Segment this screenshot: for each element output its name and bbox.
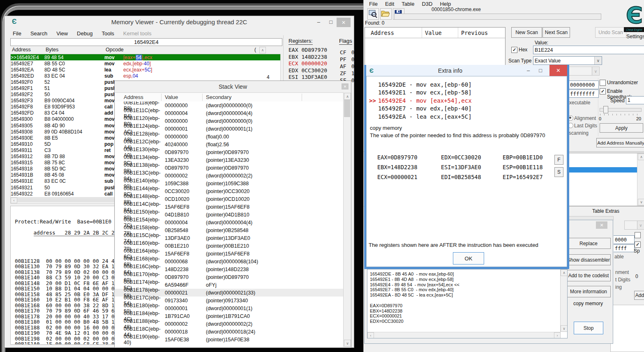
memory-viewer-menu-item[interactable]: Debug bbox=[77, 30, 92, 37]
register-row[interactable]: EBX148D2238 bbox=[289, 54, 338, 61]
background-dropdown-arrow-icon: ∨ bbox=[637, 221, 644, 229]
register-row[interactable]: ECX00000020 bbox=[289, 60, 338, 67]
speed-input[interactable]: 1 bbox=[626, 96, 644, 104]
register-row[interactable]: ESI13DF3AE0 bbox=[289, 74, 338, 81]
register-row[interactable]: EDX0CC30020 bbox=[289, 67, 338, 74]
scroll-left-icon[interactable]: ‹ bbox=[11, 198, 17, 203]
stack-view-titlebar[interactable]: Stack View bbox=[115, 81, 351, 92]
main-menu-item[interactable]: D3D bbox=[422, 1, 432, 7]
undo-scan-button[interactable]: Undo Scan bbox=[595, 27, 626, 38]
add-to-codelist-button[interactable]: Add to the codelist bbox=[566, 270, 611, 281]
settings-link[interactable]: Settings bbox=[626, 34, 644, 39]
memory-viewer-menu-item[interactable]: View bbox=[56, 30, 68, 37]
unrandomizer-checkbox[interactable] bbox=[600, 80, 606, 86]
new-scan-button[interactable]: New Scan bbox=[511, 27, 542, 38]
speed-slider-thumb[interactable] bbox=[603, 106, 608, 113]
disasm-row[interactable]: 165492EA8D 48 5Cleaecx,[eax+5C] bbox=[11, 67, 280, 73]
writes-opcode-list[interactable]: 165492DE - 8B 45 A0 - mov eax,[ebp-60]16… bbox=[367, 269, 568, 338]
writes-window-close-icon[interactable]: ✕ bbox=[596, 221, 607, 229]
scan-stop-input[interactable]: ffffffff bbox=[569, 90, 599, 98]
flag-row[interactable]: ZF1 bbox=[340, 70, 356, 77]
minimize-icon[interactable]: – bbox=[527, 67, 530, 74]
memory-viewer-menu-item[interactable]: Search bbox=[30, 30, 47, 37]
found-col-address: Address bbox=[371, 30, 394, 36]
stack-row[interactable]: 00B1E190(ebp-40)15AF0E38(pointer)15AF0E3… bbox=[115, 336, 344, 343]
scan-start-input[interactable]: 00000000 bbox=[569, 81, 599, 89]
maximize-icon[interactable]: □ bbox=[329, 19, 332, 25]
disasm-row[interactable]: >>165492E489 48 54mov[eax+54],ecx bbox=[11, 54, 280, 60]
scroll-down-icon[interactable]: ∨ bbox=[638, 199, 644, 205]
flag-row[interactable]: AF0 bbox=[340, 63, 356, 70]
disasm-row[interactable]: 165492E78B 55 C0movedx,[ebp-40] bbox=[11, 60, 280, 67]
scroll-up-icon[interactable]: ∧ bbox=[561, 269, 568, 276]
main-menu-item[interactable]: Help bbox=[440, 1, 451, 7]
disasm-row[interactable]: 165492ED83 EC 04subesp,04 bbox=[11, 73, 280, 79]
main-menubar: FileEditTableD3DHelp bbox=[369, 0, 451, 7]
stack-view-close-icon[interactable]: ✕ bbox=[342, 83, 349, 90]
scan-type-dropdown-arrow-icon[interactable]: ∨ bbox=[594, 57, 602, 64]
extra-info-titlebar[interactable]: Є Extra info – □ ✕ bbox=[366, 65, 567, 76]
memory-viewer-titlebar[interactable]: Memory Viewer - Currently debugging thre… bbox=[5, 16, 354, 28]
hex-label: Hex bbox=[519, 47, 527, 53]
float-button[interactable]: F bbox=[554, 155, 563, 165]
more-information-button[interactable]: More information bbox=[566, 286, 611, 297]
memory-viewer-menu-item[interactable]: File bbox=[13, 30, 21, 37]
disasm-scroll-up-icon[interactable]: ∧ bbox=[259, 47, 266, 53]
minimize-icon[interactable]: – bbox=[317, 19, 320, 25]
stack-view-scrollbar[interactable]: ∧ ∨ bbox=[343, 92, 351, 347]
writes-list-vscrollbar[interactable]: ∧ ∨ bbox=[560, 269, 567, 332]
disassembler-address-bar[interactable]: 165492E4 bbox=[10, 38, 282, 46]
scroll-right-icon[interactable]: › bbox=[554, 332, 561, 338]
stack-col-secondary: Secondary bbox=[206, 94, 231, 100]
writes-opcode-line[interactable]: ECX=00000021 bbox=[370, 313, 559, 319]
scroll-left-icon[interactable]: ‹ bbox=[367, 332, 374, 338]
close-icon[interactable]: ✕ bbox=[337, 18, 351, 27]
scroll-down-icon[interactable]: ∨ bbox=[561, 325, 568, 332]
writes-opcode-line[interactable]: EBX=148D2238 bbox=[370, 308, 559, 314]
writes-opcode-line[interactable]: 165492E7 - 8B 55 C0 - mov edx,[ebp-40] bbox=[370, 287, 559, 292]
hex-checkbox[interactable]: ✓ bbox=[511, 47, 517, 53]
writes-opcode-line[interactable]: 165492E4 - 89 48 54 - mov [eax+54],ecx <… bbox=[370, 282, 559, 288]
writes-opcode-line[interactable]: EAX=0D897970 bbox=[370, 303, 559, 308]
main-menu-item[interactable]: File bbox=[369, 1, 378, 7]
value-input[interactable]: B1E224 bbox=[533, 46, 644, 54]
register-row[interactable]: EAX0D897970 bbox=[289, 47, 338, 54]
writes-opcode-line[interactable]: 165492EA - 8D 48 5C - lea ecx,[eax+5C] bbox=[370, 292, 559, 298]
slider-min-label: 0 bbox=[599, 116, 601, 121]
found-col-value: Value bbox=[425, 30, 442, 36]
flag-row[interactable]: PF0 bbox=[340, 56, 356, 63]
memory-viewer-menu-item[interactable]: Tools bbox=[102, 30, 114, 37]
writes-opcode-line[interactable]: 165492DE - 8B 45 A0 - mov eax,[ebp-60] bbox=[370, 271, 559, 277]
show-disassembler-button[interactable]: Show disassembler bbox=[566, 254, 611, 265]
speedhack-checkbox[interactable]: ✓ bbox=[600, 88, 606, 94]
stack-button[interactable]: S bbox=[554, 167, 563, 177]
writes-list-hscrollbar[interactable]: ‹ › bbox=[367, 332, 561, 338]
extra-info-pointer-hint: The value of the pointer needed to find … bbox=[370, 132, 545, 138]
ok-button[interactable]: OK bbox=[453, 252, 484, 265]
scroll-up-icon[interactable]: ∧ bbox=[638, 154, 644, 160]
main-menu-item[interactable]: Edit bbox=[385, 1, 394, 7]
maximize-icon[interactable]: □ bbox=[539, 67, 542, 74]
next-scan-button[interactable]: Next Scan bbox=[542, 27, 570, 38]
screen: FileEditTableD3DHelp 00001850-chrome.exe… bbox=[0, 0, 644, 352]
scrollbar-thumb[interactable] bbox=[344, 100, 350, 117]
writes-opcode-line[interactable]: EDX=0CC30020 bbox=[370, 319, 559, 324]
flag-row[interactable]: CF0 bbox=[340, 49, 356, 56]
stop-button[interactable]: Stop bbox=[574, 322, 603, 334]
stack-view-column-header: Address Value Secondary bbox=[115, 92, 351, 102]
scan-type-dropdown[interactable]: Exact Value ∨ bbox=[533, 56, 602, 65]
replace-button[interactable]: Replace bbox=[566, 238, 611, 249]
main-menu-item[interactable]: Table bbox=[402, 1, 414, 7]
scroll-up-icon[interactable]: ∧ bbox=[344, 93, 351, 100]
extra-info-register: EIP=165492E7 bbox=[503, 174, 550, 180]
close-icon[interactable]: ✕ bbox=[549, 65, 567, 76]
writes-opcode-line[interactable]: 165492E1 - 8B 4D A8 - mov ecx,[ebp-58] bbox=[370, 277, 559, 282]
extra-info-disasm-lines: 165492DE - mov eax,[ebp-60] 165492E1 - m… bbox=[369, 81, 564, 121]
writes-opcode-line[interactable] bbox=[370, 298, 559, 303]
memory-viewer-menu-item[interactable]: Kernel tools bbox=[123, 30, 152, 37]
address-list-scrollbar[interactable]: ∧ ∨ bbox=[637, 153, 644, 206]
apply-button[interactable]: Apply bbox=[600, 123, 643, 133]
add-address-manually-button[interactable]: Add Address Manually bbox=[596, 138, 644, 147]
extra-info-window: Є Extra info – □ ✕ 165492DE - mov eax,[e… bbox=[364, 65, 569, 269]
scroll-down-icon[interactable]: ∨ bbox=[344, 340, 351, 347]
